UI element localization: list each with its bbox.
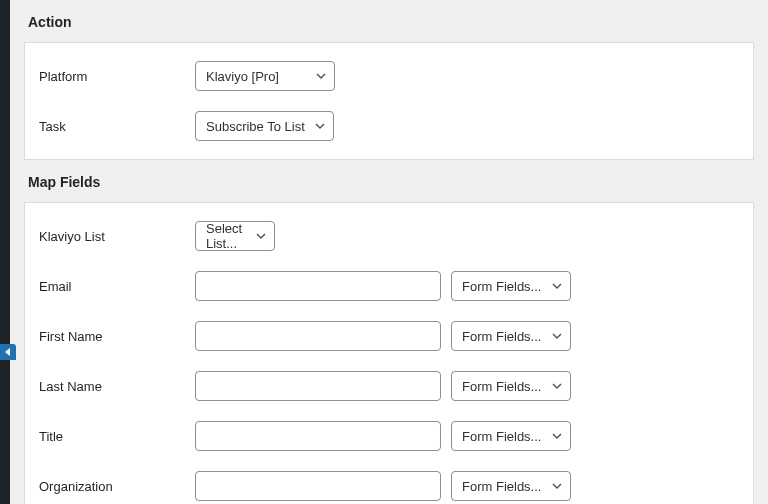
label-email: Email [39,279,195,294]
input-organization[interactable] [195,471,441,501]
select-source-email[interactable]: Form Fields... [451,271,571,301]
row-platform: Platform Klaviyo [Pro] [25,51,753,101]
select-source-value: Form Fields... [462,279,541,294]
chevron-down-icon [552,431,562,441]
panel-map-fields: Klaviyo List Select List... EmailForm Fi… [24,202,754,504]
chevron-down-icon [552,281,562,291]
label-first_name: First Name [39,329,195,344]
controls-organization: Form Fields... [195,471,571,501]
input-first_name[interactable] [195,321,441,351]
map-row-first_name: First NameForm Fields... [25,311,753,361]
map-row-last_name: Last NameForm Fields... [25,361,753,411]
chevron-down-icon [315,121,325,131]
select-source-last_name[interactable]: Form Fields... [451,371,571,401]
panel-action: Platform Klaviyo [Pro] Task Subscribe To… [24,42,754,160]
map-row-title: TitleForm Fields... [25,411,753,461]
select-klaviyo-list[interactable]: Select List... [195,221,275,251]
select-source-value: Form Fields... [462,379,541,394]
label-title: Title [39,429,195,444]
select-source-organization[interactable]: Form Fields... [451,471,571,501]
chevron-down-icon [552,481,562,491]
select-platform[interactable]: Klaviyo [Pro] [195,61,335,91]
chevron-down-icon [256,231,266,241]
admin-sidebar-sliver [0,0,10,504]
map-row-organization: OrganizationForm Fields... [25,461,753,504]
chevron-down-icon [552,381,562,391]
map-rows-container: EmailForm Fields...First NameForm Fields… [25,261,753,504]
row-task: Task Subscribe To List [25,101,753,151]
select-source-title[interactable]: Form Fields... [451,421,571,451]
input-last_name[interactable] [195,371,441,401]
input-title[interactable] [195,421,441,451]
select-source-value: Form Fields... [462,429,541,444]
settings-page: Action Platform Klaviyo [Pro] Task Subsc… [10,0,768,504]
controls-first_name: Form Fields... [195,321,571,351]
section-heading-map-fields: Map Fields [24,160,754,202]
select-klaviyo-list-value: Select List... [206,221,246,251]
chevron-down-icon [316,71,326,81]
select-platform-value: Klaviyo [Pro] [206,69,279,84]
controls-title: Form Fields... [195,421,571,451]
row-klaviyo-list: Klaviyo List Select List... [25,211,753,261]
select-task[interactable]: Subscribe To List [195,111,334,141]
controls-email: Form Fields... [195,271,571,301]
label-organization: Organization [39,479,195,494]
select-source-value: Form Fields... [462,479,541,494]
chevron-down-icon [552,331,562,341]
input-email[interactable] [195,271,441,301]
section-heading-action: Action [24,0,754,42]
label-last_name: Last Name [39,379,195,394]
label-klaviyo-list: Klaviyo List [39,229,195,244]
label-task: Task [39,119,195,134]
collapse-menu-tab[interactable] [0,344,16,360]
select-task-value: Subscribe To List [206,119,305,134]
label-platform: Platform [39,69,195,84]
controls-last_name: Form Fields... [195,371,571,401]
select-source-first_name[interactable]: Form Fields... [451,321,571,351]
map-row-email: EmailForm Fields... [25,261,753,311]
select-source-value: Form Fields... [462,329,541,344]
